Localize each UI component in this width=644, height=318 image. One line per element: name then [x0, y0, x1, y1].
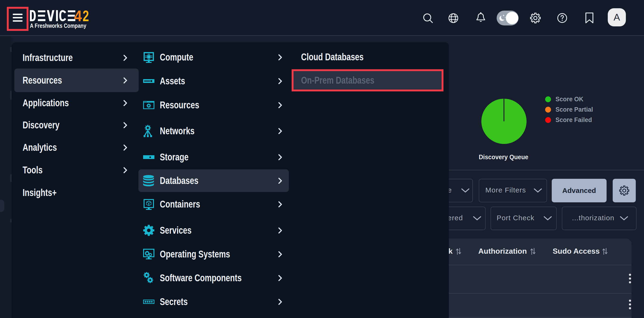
svg-text:2: 2: [82, 10, 89, 22]
svg-text:4: 4: [74, 10, 82, 22]
